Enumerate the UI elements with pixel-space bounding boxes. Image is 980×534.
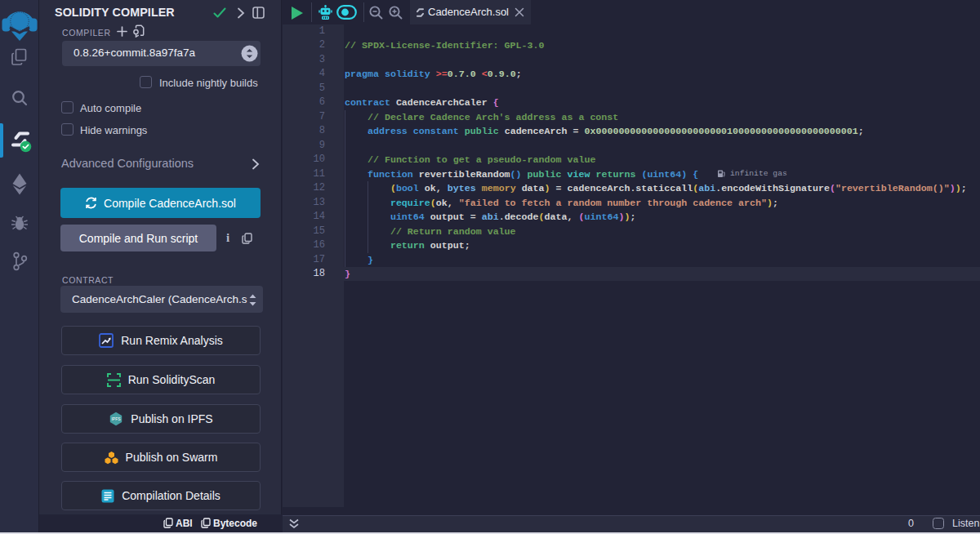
svg-text:IPFS: IPFS: [112, 416, 122, 421]
